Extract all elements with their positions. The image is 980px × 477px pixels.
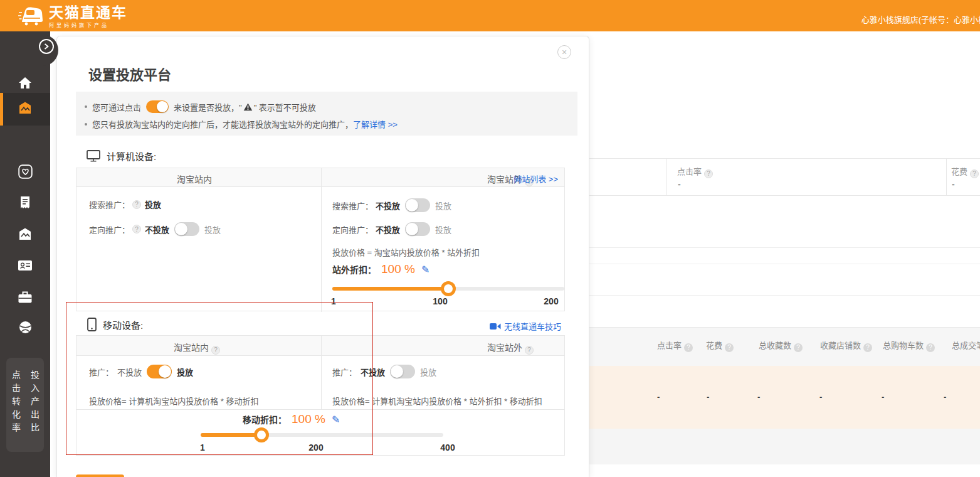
slider-fill (332, 287, 448, 291)
state-on: 投放 (420, 366, 436, 378)
learn-more-link[interactable]: 了解详情 >> (353, 118, 398, 130)
sidebar-item-creative[interactable] (0, 222, 50, 249)
mobile-outer-toggle[interactable] (390, 365, 415, 378)
sidebar-item-apps[interactable] (0, 314, 50, 342)
sidebar-item-campaign[interactable] (0, 93, 50, 126)
bg-table-header[interactable]: 收藏店铺数? (820, 339, 872, 352)
bg-table-header[interactable]: 花费? (706, 339, 734, 352)
sidebar-item-favorites[interactable] (0, 159, 50, 186)
bg-table-header[interactable]: 总购物车数? (883, 339, 935, 352)
slider-handle[interactable] (441, 281, 456, 296)
row-label: 推广： (332, 366, 357, 378)
brand-subtitle: 阿里妈妈旗下产品 (49, 21, 127, 28)
divider (321, 336, 322, 409)
heart-icon (18, 164, 33, 181)
divider (564, 264, 980, 264)
mobile-section-header: 移动设备: (87, 318, 143, 331)
outer-price-formula: 投放价格 = 淘宝站内投放价格 * 站外折扣 (332, 246, 480, 258)
section-title: 计算机设备: (107, 149, 156, 163)
account-name[interactable]: 心雅小栈旗舰店(子帐号：心雅小栈 (861, 0, 980, 31)
state-off: 不投放 (361, 366, 385, 378)
brand-title: 天猫直通车 (49, 5, 127, 20)
table-row[interactable] (564, 429, 980, 464)
col-label: 淘宝站外 (487, 343, 522, 353)
row-label: 搜索推广： (89, 198, 130, 210)
column-label: 花费 (706, 341, 722, 350)
help-icon[interactable]: ? (926, 343, 935, 352)
state-off: 不投放 (376, 223, 400, 235)
sidebar-metrics-panel[interactable]: 点击转化率 投入产出比 (6, 358, 44, 452)
stat-label: 点击率? (677, 165, 713, 178)
state-off: 不投放 (117, 366, 142, 378)
help-icon[interactable]: ? (684, 343, 693, 352)
edit-icon[interactable]: ✎ (332, 414, 340, 426)
outer-search-toggle[interactable] (405, 198, 430, 212)
slider-mid-label: 200 (308, 442, 323, 453)
mobile-inner-toggle[interactable] (147, 365, 172, 378)
bullet-icon (85, 105, 87, 108)
col-taobao-outer: 淘宝站外? (487, 341, 534, 355)
computer-section-header: 计算机设备: (87, 149, 156, 163)
help-icon[interactable]: ? (725, 343, 734, 352)
help-icon[interactable]: ? (211, 346, 220, 355)
metric-label-ctr: 点击转化率 (8, 370, 23, 452)
discount-label: 移动折扣： (243, 413, 287, 426)
help-icon[interactable]: ? (132, 200, 141, 209)
column-label: 点击率 (657, 341, 682, 350)
link-label: 无线直通车技巧 (504, 320, 561, 332)
confirm-button[interactable] (76, 474, 124, 477)
state-off: 不投放 (376, 200, 400, 212)
bg-table-header[interactable]: 总成交笔 (952, 339, 980, 351)
column-label: 收藏店铺数 (820, 341, 861, 350)
toggle-knob (159, 365, 171, 378)
help-icon[interactable]: ? (794, 343, 803, 352)
notice-text: " 表示暂不可投放 (254, 101, 316, 113)
toggle-knob (391, 365, 403, 378)
edit-icon[interactable]: ✎ (421, 264, 429, 276)
divider (564, 295, 980, 296)
help-icon[interactable]: ? (704, 169, 713, 178)
notice-text: 您只有投放淘宝站内的定向推广后，才能选择投放淘宝站外的定向推广， (92, 118, 353, 130)
help-icon[interactable]: ? (525, 346, 534, 355)
help-icon[interactable]: ? (863, 343, 872, 352)
stat-label-text: 点击率 (677, 167, 702, 176)
col-label: 淘宝站内 (174, 343, 209, 353)
site-list-link[interactable]: 网站列表 >> (514, 173, 558, 185)
id-card-icon (18, 259, 33, 274)
wireless-tips-link[interactable]: 无线直通车技巧 (490, 320, 561, 332)
outer-target-toggle[interactable] (405, 222, 430, 236)
receipt-icon (19, 196, 31, 212)
row-label: 定向推广： (332, 223, 373, 235)
bg-table-header[interactable]: 总收藏数? (759, 339, 803, 352)
inner-target-toggle[interactable] (174, 222, 199, 236)
mobile-discount-slider[interactable] (201, 433, 443, 437)
slider-min-label: 1 (200, 442, 205, 453)
cell-value: - (944, 392, 946, 402)
monitor-icon (87, 150, 100, 162)
table-row[interactable]: - - - - - - (564, 366, 980, 429)
modal-title: 设置投放平台 (88, 63, 171, 83)
sidebar-item-report[interactable] (0, 190, 50, 218)
state-on: 投放 (435, 223, 451, 235)
toggle-knob (175, 223, 187, 235)
help-icon[interactable]: ? (970, 169, 979, 178)
notice-line-1: 您可通过点击 来设置是否投放，" " 表示暂不可投放 (85, 100, 316, 113)
help-icon[interactable]: ? (132, 225, 141, 233)
sidebar-item-contacts[interactable] (0, 253, 50, 281)
toggle-knob (157, 101, 168, 112)
outer-discount-slider[interactable] (332, 287, 564, 291)
close-icon[interactable]: × (557, 45, 571, 59)
expand-sidebar-icon[interactable] (39, 39, 54, 54)
sidebar-item-tools[interactable] (0, 284, 50, 312)
slider-max-label: 200 (544, 296, 558, 306)
brand[interactable]: 天猫直通车 阿里妈妈旗下产品 (18, 3, 127, 29)
outer-search-row: 搜索推广： 不投放 投放 (332, 198, 451, 212)
slider-handle[interactable] (254, 427, 269, 442)
inner-search-row: 搜索推广： ? 投放 (89, 198, 161, 210)
mobile-outer-formula: 投放价格= 计算机淘宝站内投放价格 * 站外折扣 * 移动折扣 (332, 395, 542, 407)
col-taobao-inner: 淘宝站内 (177, 173, 212, 185)
column-label: 总收藏数 (759, 341, 791, 350)
state-on: 投放 (204, 223, 221, 235)
outer-target-row: 定向推广： 不投放 投放 (332, 222, 451, 236)
bg-table-header[interactable]: 点击率? (657, 339, 693, 352)
